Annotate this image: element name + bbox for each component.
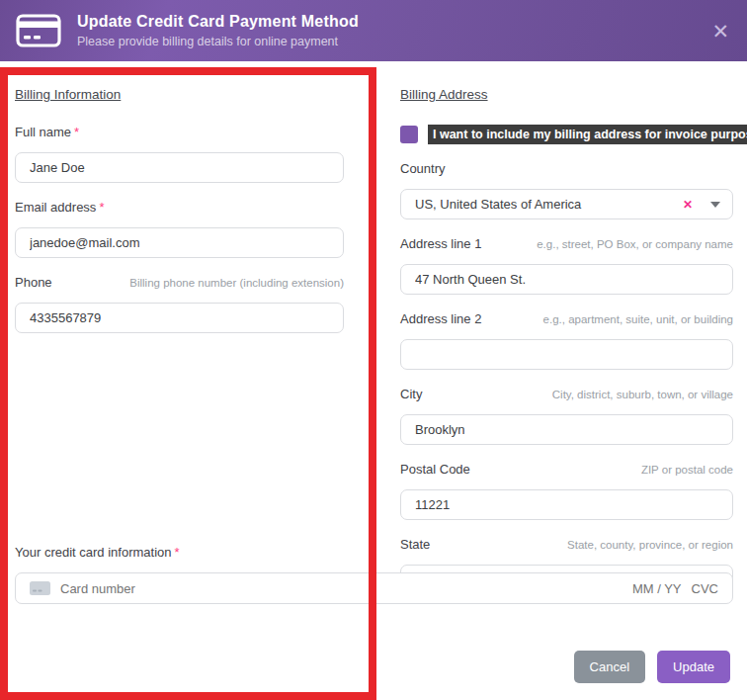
include-billing-address-checkbox[interactable]	[400, 126, 418, 143]
cancel-button[interactable]: Cancel	[574, 651, 645, 683]
city-field-group: City City, district, suburb, town, or vi…	[400, 387, 733, 445]
postal-code-hint: ZIP or postal code	[641, 464, 733, 476]
credit-card-label: Your credit card information*	[15, 545, 180, 560]
postal-code-label: Postal Code	[400, 462, 470, 477]
billing-address-section: Billing Address I want to include my bil…	[400, 87, 733, 612]
include-billing-address-label: I want to include my billing address for…	[428, 125, 747, 144]
address2-label: Address line 2	[400, 311, 481, 326]
city-hint: City, district, suburb, town, or village	[552, 389, 733, 400]
address2-field-group: Address line 2 e.g., apartment, suite, u…	[400, 311, 733, 370]
billing-information-section: Billing Information Full name* Email add…	[15, 87, 344, 612]
phone-label: Phone	[15, 275, 52, 290]
address1-label: Address line 1	[400, 236, 481, 251]
modal-title: Update Credit Card Payment Method	[77, 13, 359, 31]
country-label: Country	[400, 161, 446, 176]
expiry-placeholder[interactable]: MM / YY	[632, 581, 682, 596]
card-expiry-cvc-placeholders: MM / YY CVC	[632, 581, 718, 596]
address1-field-group: Address line 1 e.g., street, PO Box, or …	[400, 236, 733, 295]
address1-hint: e.g., street, PO Box, or company name	[537, 238, 733, 250]
country-select[interactable]: US, United States of America ✕	[400, 189, 733, 219]
card-number-input[interactable]: Card number MM / YY CVC	[15, 572, 733, 604]
email-input[interactable]	[15, 227, 344, 258]
credit-card-section: Your credit card information* Card numbe…	[15, 545, 733, 604]
address1-input[interactable]	[400, 264, 733, 295]
billing-information-heading: Billing Information	[15, 87, 344, 102]
postal-code-input[interactable]	[400, 489, 733, 520]
email-field-group: Email address*	[15, 200, 344, 258]
city-input[interactable]	[400, 414, 733, 445]
phone-hint: Billing phone number (including extensio…	[129, 277, 344, 289]
required-asterisk: *	[74, 125, 79, 139]
billing-address-heading: Billing Address	[400, 87, 733, 102]
address2-input[interactable]	[400, 339, 733, 370]
modal-subtitle: Please provide billing details for onlin…	[77, 35, 359, 48]
full-name-field-group: Full name*	[15, 125, 344, 183]
city-label: City	[400, 387, 422, 401]
phone-input[interactable]	[15, 303, 344, 333]
full-name-label: Full name*	[15, 125, 79, 139]
address2-hint: e.g., apartment, suite, unit, or buildin…	[543, 313, 733, 325]
card-number-icon	[30, 581, 50, 595]
credit-card-icon	[16, 13, 61, 48]
cvc-placeholder[interactable]: CVC	[692, 581, 718, 596]
full-name-input[interactable]	[15, 152, 344, 183]
clear-icon[interactable]: ✕	[683, 198, 693, 212]
card-number-placeholder: Card number	[60, 581, 135, 596]
country-field-group: Country US, United States of America ✕	[400, 161, 733, 219]
email-label: Email address*	[15, 200, 104, 215]
required-asterisk: *	[175, 545, 180, 560]
include-billing-address-row: I want to include my billing address for…	[400, 125, 733, 144]
update-button[interactable]: Update	[657, 651, 730, 683]
phone-field-group: Phone Billing phone number (including ex…	[15, 275, 344, 333]
modal-header: Update Credit Card Payment Method Please…	[0, 0, 747, 61]
country-value: US, United States of America	[415, 197, 683, 212]
close-icon[interactable]: ✕	[711, 21, 729, 42]
chevron-down-icon[interactable]	[710, 202, 720, 208]
required-asterisk: *	[99, 200, 104, 215]
postal-code-field-group: Postal Code ZIP or postal code	[400, 462, 733, 520]
modal-body: Billing Information Full name* Email add…	[0, 61, 747, 612]
footer-actions: Cancel Update	[574, 651, 730, 683]
